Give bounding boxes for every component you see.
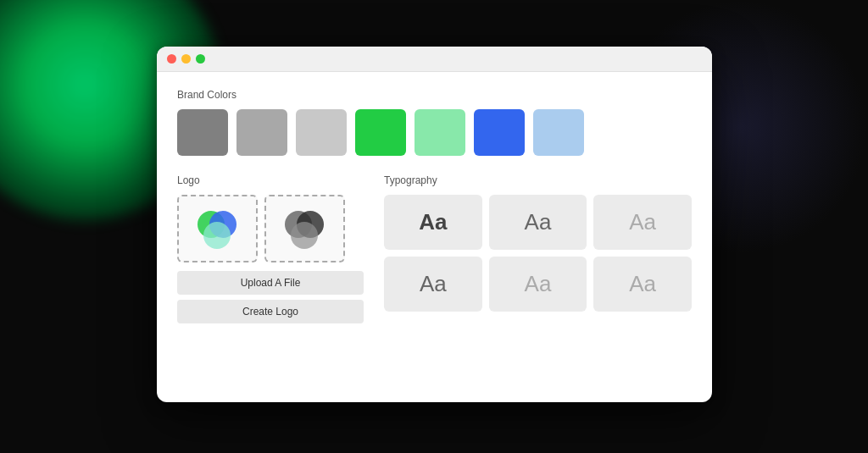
typo-cell-1[interactable]: Aa <box>384 195 482 250</box>
minimize-button[interactable] <box>181 54 191 64</box>
logo-label: Logo <box>177 174 364 186</box>
typo-text-1: Aa <box>419 209 447 235</box>
typo-text-6: Aa <box>629 271 656 297</box>
swatch-gray-medium <box>236 109 287 156</box>
app-window: Brand Colors Logo <box>157 47 712 402</box>
typo-text-4: Aa <box>420 271 447 297</box>
brand-colors-section: Brand Colors <box>177 89 692 156</box>
svg-point-5 <box>291 222 318 249</box>
typo-cell-4[interactable]: Aa <box>384 257 482 312</box>
logo-circles-grayscale <box>280 206 331 252</box>
brand-colors-row <box>177 109 692 156</box>
typography-label: Typography <box>384 174 692 186</box>
maximize-button[interactable] <box>196 54 205 64</box>
typo-text-5: Aa <box>525 271 552 297</box>
window-content: Brand Colors Logo <box>157 72 712 340</box>
typography-section: Typography Aa Aa Aa Aa Aa <box>384 174 692 323</box>
swatch-green-light <box>415 109 465 156</box>
swatch-gray-dark <box>177 109 228 156</box>
swatch-green-primary <box>355 109 406 156</box>
window-titlebar <box>157 47 712 72</box>
typography-grid: Aa Aa Aa Aa Aa Aa <box>384 195 692 312</box>
upload-file-button[interactable]: Upload A File <box>177 271 364 295</box>
typo-text-2: Aa <box>525 209 552 235</box>
logo-color-box[interactable] <box>177 195 258 262</box>
logo-section: Logo <box>177 174 364 323</box>
swatch-gray-light <box>296 109 347 156</box>
close-button[interactable] <box>167 54 176 64</box>
logo-grayscale-box[interactable] <box>264 195 345 262</box>
typo-cell-3[interactable]: Aa <box>593 195 692 250</box>
typo-text-3: Aa <box>629 209 656 235</box>
logo-circles-colored <box>192 206 243 252</box>
main-columns: Logo <box>177 174 692 323</box>
typo-cell-2[interactable]: Aa <box>489 195 587 250</box>
typo-cell-6[interactable]: Aa <box>593 257 692 312</box>
swatch-blue-light <box>533 109 584 156</box>
brand-colors-label: Brand Colors <box>177 89 692 101</box>
logo-options <box>177 195 364 262</box>
swatch-blue-primary <box>474 109 525 156</box>
svg-point-2 <box>203 222 231 249</box>
typo-cell-5[interactable]: Aa <box>489 257 587 312</box>
create-logo-button[interactable]: Create Logo <box>177 300 364 323</box>
